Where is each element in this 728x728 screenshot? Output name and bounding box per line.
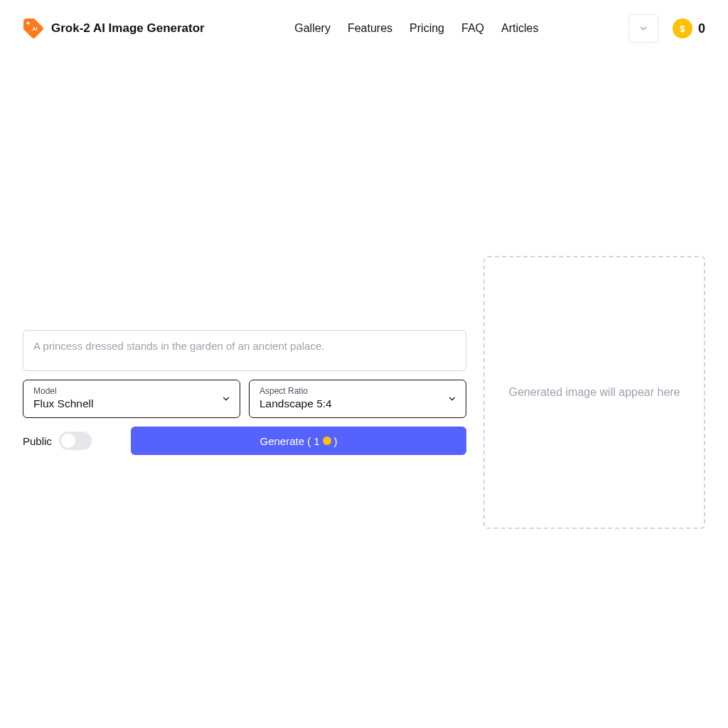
- public-toggle[interactable]: [59, 432, 92, 450]
- bottom-row: Public Generate ( 1 ): [23, 427, 466, 455]
- coin-icon: $: [673, 18, 692, 38]
- credits[interactable]: $ 0: [673, 18, 705, 38]
- toggle-dot: [61, 434, 75, 448]
- main-nav: Gallery Features Pricing FAQ Articles: [205, 22, 628, 35]
- public-label: Public: [23, 435, 52, 447]
- prompt-input[interactable]: [23, 330, 466, 371]
- nav-pricing[interactable]: Pricing: [410, 22, 444, 35]
- nav-articles[interactable]: Articles: [501, 22, 538, 35]
- generate-cost: 1: [314, 435, 319, 447]
- brand-name: Grok-2 AI Image Generator: [51, 21, 205, 36]
- aspect-ratio-value: Landscape 5:4: [259, 397, 456, 410]
- language-select[interactable]: [628, 14, 658, 43]
- tag-icon: AI: [23, 18, 44, 39]
- main: Model Flux Schnell Aspect Ratio Landscap…: [0, 57, 728, 728]
- image-preview: Generated image will appear here: [483, 256, 705, 529]
- coin-icon: [323, 437, 331, 445]
- header-right: $ 0: [628, 14, 705, 43]
- generator-panel: Model Flux Schnell Aspect Ratio Landscap…: [23, 256, 705, 529]
- chevron-down-icon: [447, 394, 457, 404]
- nav-gallery[interactable]: Gallery: [294, 22, 331, 35]
- aspect-ratio-select[interactable]: Aspect Ratio Landscape 5:4: [249, 380, 466, 418]
- generate-suffix: ): [334, 435, 338, 447]
- header: AI Grok-2 AI Image Generator Gallery Fea…: [0, 0, 728, 57]
- public-toggle-wrap: Public: [23, 432, 122, 450]
- selects-row: Model Flux Schnell Aspect Ratio Landscap…: [23, 380, 466, 418]
- preview-placeholder: Generated image will appear here: [508, 386, 680, 399]
- chevron-down-icon: [221, 394, 231, 404]
- chevron-down-icon: [638, 23, 648, 33]
- model-label: Model: [33, 386, 230, 396]
- generate-button[interactable]: Generate ( 1 ): [131, 427, 466, 455]
- model-value: Flux Schnell: [33, 397, 230, 410]
- logo[interactable]: AI Grok-2 AI Image Generator: [23, 18, 205, 39]
- nav-faq[interactable]: FAQ: [461, 22, 484, 35]
- generator-form: Model Flux Schnell Aspect Ratio Landscap…: [23, 330, 466, 455]
- generate-prefix: Generate (: [259, 435, 311, 447]
- svg-point-0: [27, 22, 30, 25]
- model-select[interactable]: Model Flux Schnell: [23, 380, 240, 418]
- svg-point-1: [323, 437, 331, 445]
- aspect-ratio-label: Aspect Ratio: [259, 386, 456, 396]
- nav-features[interactable]: Features: [348, 22, 392, 35]
- logo-badge-text: AI: [33, 26, 38, 31]
- credits-count: 0: [698, 21, 705, 36]
